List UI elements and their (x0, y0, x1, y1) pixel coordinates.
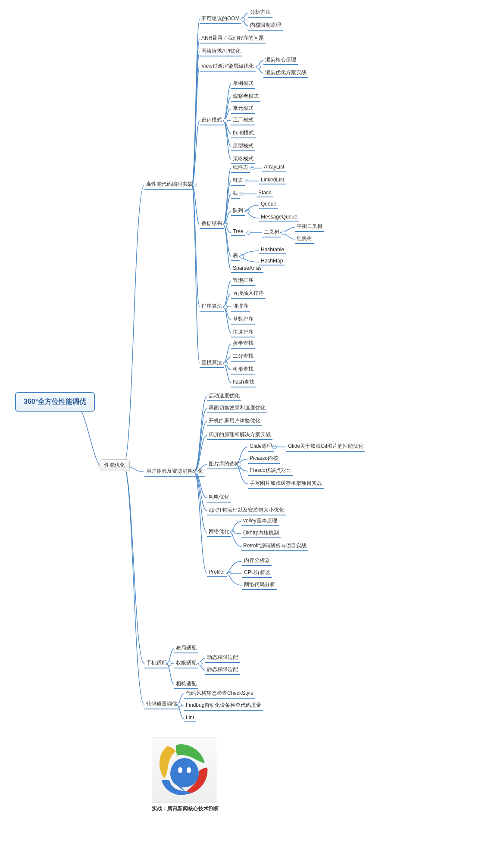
node[interactable]: build模式 (231, 128, 256, 138)
expand-icon[interactable] (245, 179, 249, 183)
node[interactable]: 布局适配 (174, 643, 198, 653)
node[interactable]: 动态权限适配 (205, 653, 240, 663)
expand-icon[interactable] (247, 231, 251, 235)
branch-device[interactable]: 手机适配 (144, 659, 169, 668)
node[interactable]: 网络请求API优化 (200, 47, 242, 56)
expand-icon[interactable] (281, 231, 285, 235)
node[interactable]: 二叉树 (262, 228, 281, 237)
node[interactable]: MessageQueue (259, 213, 299, 222)
node[interactable]: Picasso内核 (248, 454, 280, 464)
node[interactable]: 链表 (231, 176, 245, 186)
node[interactable]: 闪屏的原理和解决方案实战 (207, 430, 272, 440)
node[interactable]: 静态权限适配 (205, 665, 240, 675)
node[interactable]: ANR暴露了我们程序的问题 (200, 34, 266, 44)
node[interactable]: 权限适配 (174, 659, 198, 668)
node[interactable]: 不可思议的OOM (200, 14, 241, 24)
node[interactable]: 启动速度优化 (207, 391, 241, 401)
node[interactable]: 平衡二叉树 (295, 222, 324, 232)
expand-icon[interactable] (250, 166, 254, 170)
node[interactable]: 单例模式 (231, 79, 255, 89)
expand-icon[interactable] (231, 530, 235, 534)
expand-icon[interactable] (240, 254, 244, 259)
node[interactable]: Retrofit源码解析与项目实战 (241, 541, 308, 551)
node[interactable]: Hashtable (259, 246, 286, 254)
node[interactable]: apk打包流程以及安装包大小优化 (207, 506, 286, 515)
expand-icon[interactable] (167, 662, 172, 666)
node[interactable]: 查找算法 (200, 358, 224, 368)
node[interactable]: 界面切换效果和速度优化 (207, 403, 267, 413)
expand-icon[interactable] (223, 305, 228, 309)
node[interactable]: 内存分析器 (242, 556, 272, 566)
node[interactable]: Fresco优缺点对比 (248, 466, 293, 476)
node[interactable]: hash查找 (231, 378, 256, 387)
node[interactable]: 观察者模式 (231, 92, 260, 102)
node[interactable]: 快速排序 (231, 328, 255, 337)
tencent-news-logo (152, 737, 217, 802)
node[interactable]: 堆排序 (231, 302, 250, 312)
expand-icon[interactable] (195, 470, 199, 474)
node[interactable]: 工厂模式 (231, 116, 255, 125)
expand-icon[interactable] (223, 119, 228, 123)
node[interactable]: 渲染核心原理 (263, 55, 298, 65)
expand-icon[interactable] (177, 703, 181, 707)
hub-node[interactable]: 性能优化 (100, 459, 130, 471)
node[interactable]: Profiler (207, 568, 227, 577)
node[interactable]: 数据结构 (200, 219, 224, 229)
node[interactable]: 代码风格静态检查CheckStyle (184, 689, 255, 699)
node[interactable]: 原型模式 (231, 141, 255, 151)
node[interactable]: ArrayList (262, 163, 286, 172)
node[interactable]: SparseArray (231, 264, 263, 273)
node[interactable]: Findbug自动化设备检查代码质量 (184, 701, 263, 711)
node[interactable]: 折半查找 (231, 339, 255, 349)
node[interactable]: 内核限制原理 (248, 21, 283, 31)
node[interactable]: Glide关于加载Gif图片的性能优化 (286, 442, 365, 452)
node[interactable]: 耗电优化 (207, 493, 231, 503)
expand-icon[interactable] (227, 571, 232, 575)
node[interactable]: Queue (259, 200, 278, 209)
node[interactable]: 渲染优化方案实战 (263, 68, 308, 78)
node[interactable]: Tree (231, 228, 245, 236)
expand-icon[interactable] (272, 445, 277, 449)
node[interactable]: 队列 (231, 206, 245, 216)
expand-icon[interactable] (193, 183, 197, 187)
expand-icon[interactable] (240, 192, 244, 196)
node[interactable]: 表 (231, 251, 240, 261)
node[interactable]: 图片库的选择 (207, 459, 241, 469)
expand-icon[interactable] (257, 65, 261, 69)
expand-icon[interactable] (237, 462, 241, 467)
expand-icon[interactable] (241, 17, 245, 22)
node[interactable]: 基数排序 (231, 315, 255, 325)
root-node[interactable]: 360°全方位性能调优 (15, 392, 95, 412)
node[interactable]: Glide原理 (248, 442, 274, 452)
node[interactable]: 冒泡排序 (231, 276, 255, 286)
node[interactable]: 排序算法 (200, 302, 224, 312)
node[interactable]: 开机白屏用户体验优化 (207, 416, 262, 426)
node[interactable]: 相机适配 (174, 679, 198, 689)
node[interactable]: Lint (184, 714, 196, 722)
node[interactable]: 分析方法 (248, 8, 272, 18)
node[interactable]: 栈 (231, 189, 240, 199)
node[interactable]: 手写图片加载缓存框架项目实战 (248, 479, 324, 489)
node[interactable]: 线性表 (231, 163, 250, 173)
expand-icon[interactable] (223, 361, 228, 365)
node[interactable]: 网络优化 (207, 527, 231, 537)
node[interactable]: 树形查找 (231, 365, 255, 375)
branch-hiperf[interactable]: 高性能代码编码实战 (144, 180, 194, 190)
node[interactable]: Stack (257, 189, 273, 197)
node[interactable]: volley基本原理 (241, 516, 279, 526)
node[interactable]: 享元模式 (231, 104, 255, 114)
expand-icon[interactable] (245, 209, 250, 213)
node[interactable]: CPU分析器 (242, 568, 272, 578)
node[interactable]: 红黑树 (295, 234, 314, 244)
node[interactable]: 网络代码分析 (242, 580, 277, 590)
node[interactable]: 设计模式 (200, 116, 224, 125)
expand-icon[interactable] (198, 662, 203, 666)
node[interactable]: 直接插入排序 (231, 289, 266, 299)
branch-quality[interactable]: 代码质量调优 (144, 699, 179, 709)
node[interactable]: Okhttp内核机制 (241, 528, 281, 538)
node[interactable]: View过渡渲染层级优化 (200, 62, 256, 72)
node[interactable]: 二分查找 (231, 352, 255, 362)
mindmap-canvas: 360°全方位性能调优 性能优化 高性能代码编码实战 用户体验及资源消耗优化 手… (0, 0, 485, 868)
node[interactable]: LinkedList (259, 176, 286, 184)
expand-icon[interactable] (223, 222, 228, 226)
